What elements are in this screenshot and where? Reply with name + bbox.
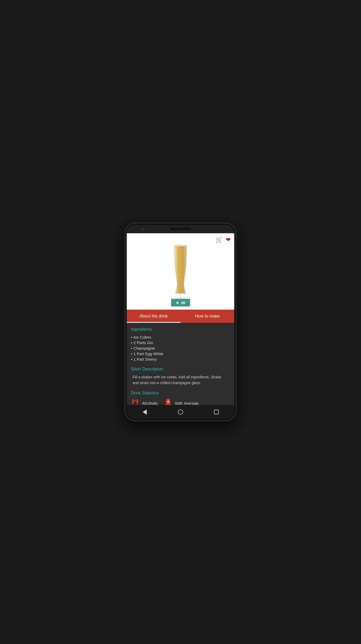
cart-icon[interactable]: 🛒 xyxy=(216,236,223,243)
drink-glass-image xyxy=(166,241,195,302)
tab-howto[interactable]: How to make xyxy=(180,310,234,323)
ingredients-section: Ingredients Ice Cubes 2 Parts Gin Champa… xyxy=(131,327,230,362)
back-button[interactable] xyxy=(140,407,149,417)
list-item: 1 Part Egg White xyxy=(131,351,230,356)
favorite-icon[interactable]: ❤ xyxy=(226,236,231,243)
svg-point-4 xyxy=(179,274,180,275)
svg-point-5 xyxy=(181,266,182,266)
stat-alcoholic: Alcoholic xyxy=(131,398,158,405)
alcoholic-label: Alcoholic xyxy=(142,401,158,405)
app-content: 🛒 ❤ xyxy=(127,233,234,405)
list-item: Champagne xyxy=(131,345,230,351)
drink-stats-title: Drink Statistics xyxy=(131,391,230,395)
drink-stats-section: Drink Statistics xyxy=(131,391,230,405)
short-desc-section: Short Description Fill a shaker with ice… xyxy=(131,367,230,386)
camera-dot xyxy=(143,228,145,230)
ingredients-title: Ingredients xyxy=(131,327,230,332)
stat-skill: Skill: Average xyxy=(164,398,199,405)
short-desc-title: Short Description xyxy=(131,367,230,371)
short-desc-text: Fill a shaker with ice cubes. Add all in… xyxy=(131,374,230,386)
nav-bar xyxy=(127,405,234,419)
home-button[interactable] xyxy=(176,407,185,417)
top-icons: 🛒 ❤ xyxy=(216,236,231,243)
back-icon xyxy=(143,409,147,415)
speaker xyxy=(170,228,191,230)
home-icon xyxy=(178,409,183,415)
rating-value: 30 xyxy=(181,300,185,305)
drink-image-area: 🛒 ❤ xyxy=(127,233,234,310)
rating-badge: ★ 30 xyxy=(171,299,190,306)
alcoholic-icon xyxy=(131,398,139,405)
list-item: Ice Cubes xyxy=(131,334,230,340)
recents-icon xyxy=(214,410,219,414)
tab-about[interactable]: About the drink xyxy=(127,310,180,323)
stats-row: Alcoholic xyxy=(131,398,230,405)
star-icon: ★ xyxy=(176,301,179,305)
phone-top-bar xyxy=(127,225,234,233)
svg-point-6 xyxy=(180,257,180,258)
content-area: Ingredients Ice Cubes 2 Parts Gin Champa… xyxy=(127,323,234,405)
tabs-bar: About the drink How to make xyxy=(127,310,234,323)
svg-point-7 xyxy=(182,279,182,280)
recents-button[interactable] xyxy=(212,407,221,417)
ingredients-list: Ice Cubes 2 Parts Gin Champagne 1 Part E… xyxy=(131,334,230,362)
skill-label: Skill: Average xyxy=(175,401,199,405)
list-item: 1 Part Sherry xyxy=(131,356,230,362)
list-item: 2 Parts Gin xyxy=(131,340,230,345)
phone-frame: 🛒 ❤ xyxy=(125,223,236,421)
svg-point-10 xyxy=(135,400,136,401)
blender-icon xyxy=(164,398,172,405)
